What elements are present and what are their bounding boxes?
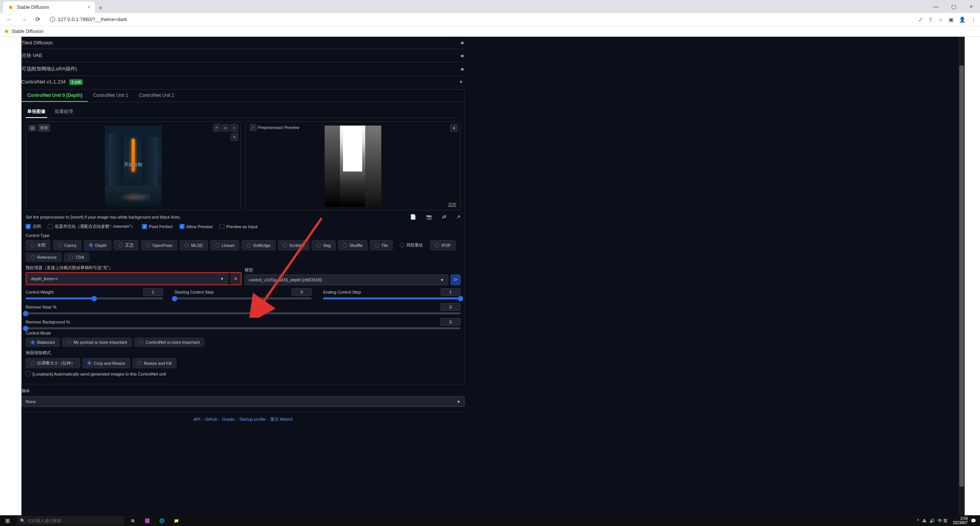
task-view-icon[interactable]: ⧉ <box>126 515 140 526</box>
cn-unit-tab-2[interactable]: ControlNet Unit 2 <box>134 90 180 102</box>
control-type-reference[interactable]: Reference <box>26 253 62 262</box>
taskbar-clock[interactable]: 3:58 2023/8/7 <box>951 516 968 525</box>
control-type-scribble[interactable]: Scribble <box>278 240 310 250</box>
control-type-seg[interactable]: Seg <box>312 240 336 250</box>
control-mode-balanced[interactable]: Balanced <box>26 338 60 347</box>
slider-bg-value[interactable]: 0 <box>441 318 461 326</box>
slider-weight-value[interactable]: 1 <box>143 288 163 296</box>
checkbox-preview-as-input[interactable]: Preview as Input <box>219 224 257 229</box>
address-bar[interactable]: ⓘ 127.0.0.1:7860/?__theme=dark <box>46 16 915 23</box>
checkbox-enable[interactable]: 启用 <box>26 224 41 229</box>
camera-icon[interactable]: 📷 <box>426 214 432 220</box>
model-dropdown[interactable]: control_v11f1p_sd15_depth [cfd03158]▼ <box>245 274 448 285</box>
undo-icon[interactable]: ↶ <box>213 124 220 132</box>
taskbar-search[interactable]: 🔍 <box>17 516 124 525</box>
accordion-tiled-vae[interactable]: 分块 VAE ◀ <box>21 49 465 62</box>
remove-icon[interactable]: × <box>230 124 238 132</box>
bookmark-link[interactable]: Stable Diffusion <box>11 29 44 34</box>
checkbox-lowvram[interactable]: 低显存优化（需配合启动参数"--lowvram"） <box>48 224 135 229</box>
checkbox-pixel-perfect[interactable]: Pixel Perfect <box>142 224 173 229</box>
script-dropdown[interactable]: None▼ <box>21 396 465 407</box>
resize-mode-just[interactable]: 仅调整大小（拉伸） <box>26 358 80 368</box>
footer-api[interactable]: API <box>194 417 201 421</box>
resize-mode-crop[interactable]: Crop and Resize <box>82 358 130 368</box>
window-close-icon[interactable]: × <box>962 0 980 13</box>
control-type-t2ia[interactable]: T2IA <box>64 253 89 262</box>
control-type-shuffle[interactable]: Shuffle <box>338 240 368 250</box>
tray-notifications-icon[interactable]: 💬 <box>971 518 976 523</box>
slider-end[interactable] <box>323 297 461 299</box>
accordion-tiled-diffusion[interactable]: Tiled Diffusion ◀ <box>21 37 465 49</box>
control-type-tile[interactable]: Tile <box>370 240 393 250</box>
nav-reload-icon[interactable]: ⟳ <box>33 16 42 23</box>
preview-fullscreen-icon[interactable]: ⤢ <box>250 124 256 131</box>
control-type-openpose[interactable]: OpenPose <box>141 240 177 250</box>
cn-unit-tab-1[interactable]: ControlNet Unit 1 <box>88 90 134 102</box>
taskbar-search-input[interactable] <box>28 518 121 523</box>
control-type-depth[interactable]: Depth <box>84 240 111 250</box>
tray-ime[interactable]: 中 英 <box>938 518 947 524</box>
menu-icon[interactable]: ⋮ <box>971 16 976 23</box>
profile-icon[interactable]: 👤 <box>959 16 965 23</box>
checkbox-allow-preview[interactable]: Allow Preview <box>180 224 212 229</box>
footer-github[interactable]: Github <box>205 417 217 421</box>
control-type-all[interactable]: 全部 <box>26 240 51 250</box>
window-minimize-icon[interactable]: — <box>927 0 945 13</box>
send-icon[interactable]: ↗ <box>456 214 461 220</box>
slider-remove-bg[interactable] <box>26 327 461 329</box>
tray-expand-icon[interactable]: ^ <box>917 518 919 523</box>
tab-close-icon[interactable]: × <box>88 5 90 10</box>
control-type-inpaint[interactable]: 局部重绘 <box>395 240 428 250</box>
clear-icon[interactable]: ✕ <box>222 124 229 132</box>
control-mode-controlnet[interactable]: ControlNet is more important <box>134 338 205 347</box>
nav-back-icon[interactable]: ← <box>4 16 15 23</box>
slider-weight[interactable] <box>26 297 163 299</box>
subtab-single[interactable]: 单张图像 <box>26 106 47 118</box>
extensions-icon[interactable]: ▣ <box>949 16 954 23</box>
bookmark-icon[interactable]: ☆ <box>938 16 943 23</box>
download-icon[interactable]: ⬇ <box>450 124 458 132</box>
run-preprocessor-button[interactable]: ✸ <box>230 273 240 284</box>
browser-tab[interactable]: Stable Diffusion × <box>3 2 95 13</box>
start-button[interactable]: ⊞ <box>0 515 15 526</box>
control-type-softedge[interactable]: SoftEdge <box>242 240 275 250</box>
taskbar-chrome-icon[interactable]: 🌐 <box>155 515 169 526</box>
accordion-lora[interactable]: 可选附加网络(LoRA插件) ◀ <box>21 62 465 75</box>
site-info-icon[interactable]: ⓘ <box>49 16 56 23</box>
footer-gradio[interactable]: Gradio <box>222 417 235 421</box>
window-maximize-icon[interactable]: ▢ <box>945 0 962 13</box>
page-scrollbar[interactable] <box>959 37 965 515</box>
translate-icon[interactable]: ⤢ <box>918 16 923 23</box>
control-type-canny[interactable]: Canny <box>53 240 82 250</box>
refresh-models-button[interactable]: ⟳ <box>451 274 461 285</box>
swap-icon[interactable]: ⇄ <box>442 214 446 220</box>
tray-network-icon[interactable]: 🖧 <box>922 518 926 523</box>
slider-start[interactable] <box>175 297 312 299</box>
control-type-ip2p[interactable]: IP2P <box>430 240 456 250</box>
taskbar-app-1[interactable]: 🟪 <box>140 515 155 526</box>
taskbar-explorer-icon[interactable]: 📁 <box>169 515 184 526</box>
preprocessor-dropdown[interactable]: depth_leres++▼ <box>27 273 228 284</box>
subtab-batch[interactable]: 批量处理 <box>53 106 75 118</box>
slider-remove-near[interactable] <box>26 312 461 314</box>
control-type-mlsd[interactable]: MLSD <box>180 240 208 250</box>
edit-icon[interactable]: ✎ <box>230 133 238 141</box>
resize-mode-fill[interactable]: Resize and Fill <box>132 358 176 368</box>
new-tab-button[interactable]: + <box>95 3 106 13</box>
footer-reload[interactable]: 重启 WebUI <box>270 417 292 421</box>
tray-volume-icon[interactable]: 🔊 <box>929 518 935 523</box>
checkbox-loopback[interactable]: [Loopback] Automatically send generated … <box>26 371 166 376</box>
copy-icon[interactable]: 📄 <box>410 214 416 220</box>
slider-start-value[interactable]: 0 <box>292 288 312 296</box>
preview-close-button[interactable]: 关闭 <box>448 202 456 207</box>
input-image-pane[interactable]: ▤ 图像 ↶ ✕ × ✎ <box>26 121 241 210</box>
slider-near-value[interactable]: 0 <box>441 303 461 311</box>
footer-startup[interactable]: Startup profile <box>239 417 265 421</box>
share-icon[interactable]: ⇧ <box>928 16 933 23</box>
slider-end-value[interactable]: 1 <box>441 288 461 296</box>
accordion-controlnet[interactable]: ControlNet v1.1.234 1 unit ▼ <box>21 75 465 88</box>
cn-unit-tab-0[interactable]: ControlNet Unit 0 [Depth] <box>22 90 88 102</box>
control-type-normal[interactable]: 正态 <box>114 240 139 250</box>
control-mode-prompt[interactable]: My prompt is more important <box>62 338 132 347</box>
control-type-lineart[interactable]: Lineart <box>210 240 240 250</box>
